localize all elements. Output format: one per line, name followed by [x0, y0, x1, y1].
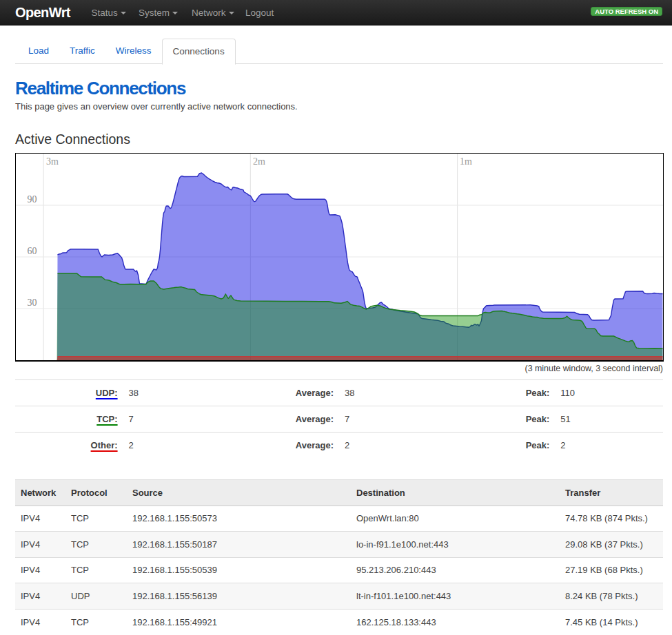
- svg-text:2m: 2m: [253, 156, 265, 167]
- svg-text:90: 90: [28, 194, 37, 205]
- svg-text:30: 30: [28, 298, 37, 308]
- svg-text:60: 60: [28, 246, 37, 256]
- svg-text:3m: 3m: [46, 156, 59, 167]
- svg-text:1m: 1m: [460, 156, 472, 167]
